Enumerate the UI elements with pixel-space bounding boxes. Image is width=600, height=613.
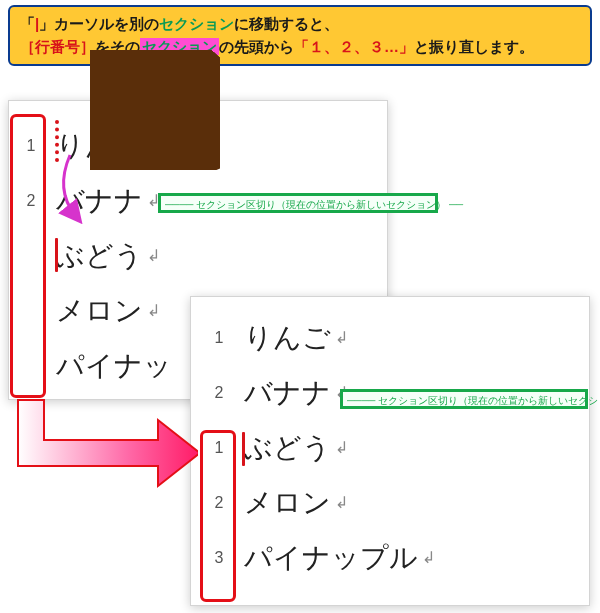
line-text: メロン: [56, 292, 143, 330]
section-break-marker-before: ──── セクション区切り（現在の位置から新しいセクション） ──: [158, 193, 438, 213]
section-break-marker-after: ──── セクション区切り（現在の位置から新しいセクション） ──: [340, 389, 588, 409]
line-number: 1: [204, 439, 234, 457]
line-text: メロン: [244, 484, 331, 522]
line-item: メロン ↲: [56, 283, 172, 338]
line-item: 3 パイナップル ↲: [244, 530, 435, 585]
line-number: 2: [204, 384, 234, 402]
text-cursor-before: [55, 238, 58, 272]
line-number: 1: [16, 137, 46, 155]
line-text: パイナップル: [244, 539, 418, 577]
line-number: 2: [204, 494, 234, 512]
return-icon: ↲: [422, 548, 435, 567]
text: の先頭から: [219, 38, 294, 55]
return-icon: ↲: [147, 246, 160, 265]
line-item: 1 ぶどう ↲: [244, 420, 435, 475]
text-section: セクション: [159, 15, 234, 32]
callout-line-1: 「|」カーソルを別のセクションに移動すると、: [20, 13, 580, 36]
line-item: 2 メロン ↲: [244, 475, 435, 530]
text: 」カーソルを別の: [39, 15, 159, 32]
line-text: バナナ: [244, 374, 331, 412]
line-text: パイナッ: [56, 347, 172, 385]
lines-after: 1 りんご ↲ 2 バナナ ↲ 1 ぶどう ↲ 2 メロン ↲ 3 パイナップル…: [244, 310, 435, 585]
line-text: ぶどう: [56, 237, 143, 275]
line-text: りんご: [244, 319, 331, 357]
return-icon: ↲: [335, 493, 348, 512]
line-item: パイナッ: [56, 338, 172, 393]
line-number: 3: [204, 549, 234, 567]
line-item: ぶどう ↲: [56, 228, 172, 283]
return-icon: ↲: [335, 438, 348, 457]
text-line-number: ［行番号］: [20, 38, 95, 55]
text: と振り直します。: [414, 38, 534, 55]
transition-arrow-icon: [8, 390, 198, 490]
magenta-curve-arrow-icon: [50, 150, 110, 230]
text: に移動すると、: [234, 15, 339, 32]
return-icon: ↲: [147, 301, 160, 320]
line-number: 1: [204, 329, 234, 347]
line-number-box-before: [10, 114, 46, 398]
text: 「: [20, 15, 35, 32]
return-icon: ↲: [335, 328, 348, 347]
text-cursor-after: [242, 432, 245, 466]
line-item: 1 りんご ↲: [244, 310, 435, 365]
line-number: 2: [16, 192, 46, 210]
text-numbers: 「１、２、３…」: [294, 38, 414, 55]
line-text: ぶどう: [244, 429, 331, 467]
